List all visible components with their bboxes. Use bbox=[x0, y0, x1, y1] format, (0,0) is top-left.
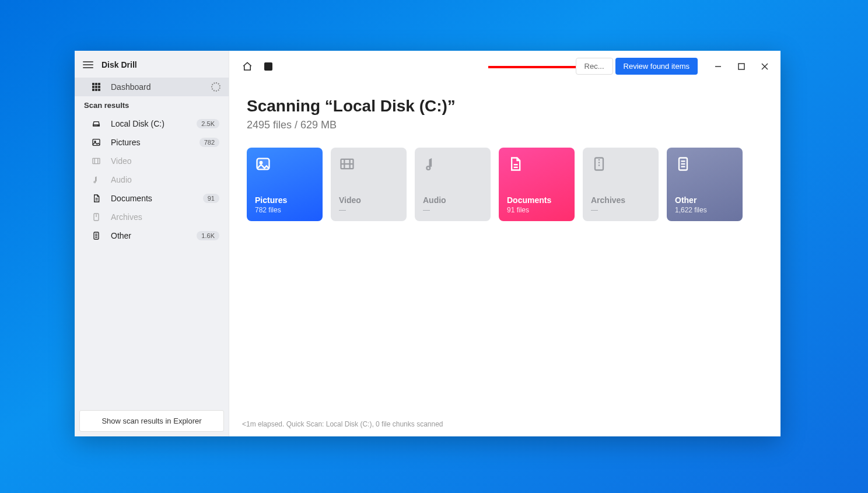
svg-point-29 bbox=[260, 162, 262, 164]
dashboard-icon bbox=[91, 82, 102, 92]
sidebar-item-video[interactable]: Video bbox=[75, 152, 229, 170]
svg-rect-5 bbox=[98, 86, 100, 88]
other-icon bbox=[675, 156, 691, 172]
svg-rect-10 bbox=[93, 139, 100, 146]
scan-summary: 2495 files / 629 MB bbox=[247, 119, 763, 131]
sidebar-item-label: Video bbox=[111, 156, 132, 166]
sidebar-item-label: Dashboard bbox=[111, 82, 151, 92]
sidebar-item-label: Other bbox=[111, 231, 131, 240]
card-video[interactable]: Video— bbox=[331, 148, 407, 221]
audio-icon bbox=[91, 175, 102, 184]
app-window: Disk Drill Dashboard Scan results Local … bbox=[75, 51, 780, 436]
recover-button[interactable]: Rec... bbox=[576, 58, 613, 75]
card-subtitle: — bbox=[339, 206, 398, 214]
sidebar: Disk Drill Dashboard Scan results Local … bbox=[75, 51, 229, 436]
sidebar-item-dashboard[interactable]: Dashboard bbox=[75, 78, 229, 96]
picture-icon bbox=[91, 138, 102, 147]
stop-scan-button[interactable] bbox=[263, 61, 274, 72]
document-icon bbox=[91, 194, 102, 203]
card-subtitle: — bbox=[423, 206, 482, 214]
card-subtitle: — bbox=[591, 206, 650, 214]
home-icon[interactable] bbox=[242, 61, 253, 72]
card-title: Video bbox=[339, 195, 398, 205]
card-subtitle: 91 files bbox=[507, 206, 566, 214]
svg-rect-1 bbox=[95, 83, 97, 85]
menu-icon[interactable] bbox=[83, 61, 93, 68]
sidebar-footer: Show scan results in Explorer bbox=[75, 405, 229, 436]
minimize-icon[interactable] bbox=[708, 58, 728, 75]
svg-rect-4 bbox=[95, 86, 97, 88]
card-pictures[interactable]: Pictures782 files bbox=[247, 148, 323, 221]
card-title: Audio bbox=[423, 195, 482, 205]
card-subtitle: 782 files bbox=[255, 206, 314, 214]
svg-rect-25 bbox=[738, 64, 744, 69]
archive-icon bbox=[91, 212, 102, 222]
card-title: Other bbox=[675, 195, 734, 205]
audio-icon bbox=[423, 156, 439, 172]
category-cards: Pictures782 filesVideo—Audio—Documents91… bbox=[247, 148, 763, 221]
card-title: Documents bbox=[507, 195, 566, 205]
svg-rect-7 bbox=[95, 89, 97, 91]
close-icon[interactable] bbox=[755, 58, 775, 75]
count-badge: 2.5K bbox=[197, 119, 219, 128]
card-title: Archives bbox=[591, 195, 650, 205]
svg-rect-3 bbox=[92, 86, 94, 88]
svg-rect-6 bbox=[92, 89, 94, 91]
svg-point-9 bbox=[98, 125, 99, 125]
card-documents[interactable]: Documents91 files bbox=[499, 148, 575, 221]
sidebar-item-audio[interactable]: Audio bbox=[75, 170, 229, 189]
documents-icon bbox=[507, 156, 523, 172]
svg-point-34 bbox=[426, 166, 430, 170]
app-title: Disk Drill bbox=[102, 60, 137, 69]
sidebar-item-document[interactable]: Documents91 bbox=[75, 189, 229, 208]
review-found-items-button[interactable]: Review found items bbox=[615, 58, 698, 75]
sidebar-header: Disk Drill bbox=[75, 51, 229, 78]
archives-icon bbox=[591, 156, 607, 172]
other-icon bbox=[91, 231, 102, 240]
sidebar-item-picture[interactable]: Pictures782 bbox=[75, 133, 229, 152]
svg-point-15 bbox=[94, 181, 96, 183]
svg-rect-0 bbox=[92, 83, 94, 85]
sidebar-item-archive[interactable]: Archives bbox=[75, 208, 229, 226]
card-title: Pictures bbox=[255, 195, 314, 205]
card-archives[interactable]: Archives— bbox=[583, 148, 659, 221]
count-badge: 782 bbox=[200, 138, 219, 147]
svg-rect-2 bbox=[98, 83, 100, 85]
window-controls bbox=[708, 58, 775, 75]
card-subtitle: 1,622 files bbox=[675, 206, 734, 214]
show-in-explorer-button[interactable]: Show scan results in Explorer bbox=[79, 410, 224, 432]
svg-rect-8 bbox=[98, 89, 100, 91]
video-icon bbox=[91, 156, 102, 166]
sidebar-item-label: Local Disk (C:) bbox=[111, 119, 164, 128]
main-area: Rec... Review found items Scanning “Loca… bbox=[229, 51, 780, 436]
sidebar-item-label: Archives bbox=[111, 212, 142, 222]
sidebar-item-disk[interactable]: Local Disk (C:)2.5K bbox=[75, 114, 229, 133]
content: Scanning “Local Disk (C:)” 2495 files / … bbox=[229, 82, 780, 414]
sidebar-section-label: Scan results bbox=[75, 96, 229, 114]
loading-spinner-icon bbox=[211, 82, 220, 92]
status-bar: <1m elapsed. Quick Scan: Local Disk (C:)… bbox=[229, 414, 780, 436]
video-icon bbox=[339, 156, 355, 172]
card-other[interactable]: Other1,622 files bbox=[667, 148, 743, 221]
disk-icon bbox=[91, 119, 102, 128]
main-toolbar: Rec... Review found items bbox=[229, 51, 780, 82]
card-audio[interactable]: Audio— bbox=[415, 148, 491, 221]
sidebar-item-label: Audio bbox=[111, 175, 132, 184]
page-title: Scanning “Local Disk (C:)” bbox=[247, 97, 763, 116]
pictures-icon bbox=[255, 156, 271, 172]
count-badge: 1.6K bbox=[197, 231, 219, 240]
maximize-icon[interactable] bbox=[732, 58, 751, 75]
sidebar-item-label: Documents bbox=[111, 194, 152, 203]
sidebar-item-label: Pictures bbox=[111, 138, 141, 147]
count-badge: 91 bbox=[203, 194, 219, 203]
sidebar-item-other[interactable]: Other1.6K bbox=[75, 226, 229, 245]
svg-rect-12 bbox=[93, 158, 100, 163]
